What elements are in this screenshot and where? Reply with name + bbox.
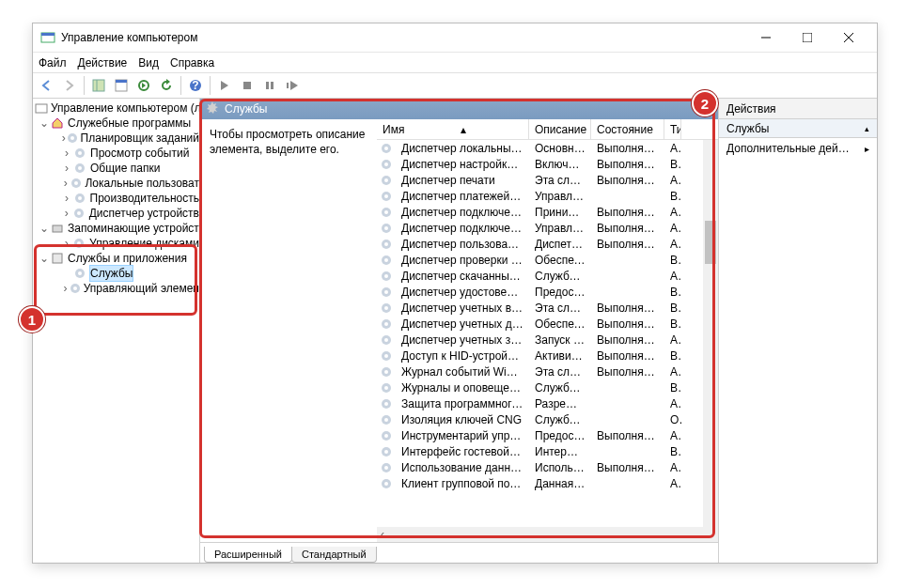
svg-text:?: ?: [192, 79, 198, 92]
svg-point-25: [74, 181, 78, 185]
nav-tree[interactable]: Управление компьютером (л ⌄Служебные про…: [33, 99, 200, 563]
help-button[interactable]: ?: [185, 75, 206, 96]
properties-button[interactable]: [111, 75, 132, 96]
tree-item[interactable]: ›Просмотр событий: [33, 146, 199, 161]
cell-name: Диспетчер пользователей: [396, 238, 529, 251]
service-row[interactable]: Использование данныхИспользо…Выполняется…: [377, 459, 718, 475]
tree-item[interactable]: ›Локальные пользоват: [33, 176, 199, 191]
svg-point-23: [78, 166, 82, 170]
scrollbar-thumb[interactable]: [705, 221, 716, 264]
service-row[interactable]: Диспетчер печатиЭта служб…ВыполняетсяА: [377, 172, 718, 188]
tree-root[interactable]: Управление компьютером (л: [33, 101, 199, 116]
show-hide-tree-button[interactable]: [88, 75, 109, 96]
gear-icon: [381, 382, 396, 394]
tree-item[interactable]: Службы: [33, 266, 199, 281]
horizontal-scrollbar[interactable]: ‹›: [377, 527, 718, 542]
cell-name: Диспетчер подключений …: [396, 222, 529, 235]
refresh-button[interactable]: [156, 75, 177, 96]
svg-point-56: [384, 274, 388, 278]
menu-help[interactable]: Справка: [170, 56, 214, 70]
svg-rect-1: [41, 33, 55, 36]
tree-item[interactable]: ›Управляющий элемен: [33, 281, 199, 296]
service-row[interactable]: Диспетчер платежей и NF…Управляет…Вј: [377, 188, 718, 204]
tree-group-storage[interactable]: ⌄Запоминающие устройст: [33, 221, 199, 236]
service-row[interactable]: Интерфейс гостевой служ…Интерфей…Вј: [377, 443, 718, 459]
svg-rect-16: [287, 83, 289, 88]
service-row[interactable]: Диспетчер подключений …Принимае…Выполняе…: [377, 204, 718, 220]
title-bar[interactable]: Управление компьютером: [33, 23, 877, 52]
cell-type: А: [664, 461, 681, 474]
export-button[interactable]: [133, 75, 154, 96]
vertical-scrollbar[interactable]: [703, 140, 718, 542]
cell-type: Вј: [664, 445, 681, 458]
service-row[interactable]: Журнал событий WindowsЭта служб…Выполняе…: [377, 364, 718, 379]
minimize-button[interactable]: [745, 24, 787, 51]
service-row[interactable]: Диспетчер проверки подл…Обеспечи…Вј: [377, 252, 718, 268]
pause-button[interactable]: [259, 75, 280, 96]
menu-file[interactable]: Файл: [39, 56, 67, 70]
service-row[interactable]: Клиент групповой полити…Данная сл…А: [377, 475, 718, 491]
restart-button[interactable]: [282, 75, 303, 96]
tab-extended[interactable]: Расширенный: [204, 547, 292, 563]
gear-icon: [206, 101, 219, 117]
service-row[interactable]: Диспетчер удостоверения …Предостав…Вј: [377, 284, 718, 300]
cell-desc: Предостав…: [529, 429, 591, 442]
svg-point-54: [384, 258, 388, 262]
cell-desc: Активирує…: [529, 349, 591, 363]
services-list[interactable]: Диспетчер локальных сеа…Основная …Выполн…: [377, 140, 718, 527]
cell-desc: Служба W…: [529, 270, 591, 283]
gear-icon: [381, 207, 396, 218]
gear-icon: [381, 302, 396, 314]
actions-panel: Действия Службы▴ Дополнительные дей…▸: [719, 99, 877, 563]
service-row[interactable]: Журналы и оповещения п…Служба ж…Вј: [377, 379, 718, 395]
tree-item[interactable]: ›Управление дисками: [33, 236, 199, 251]
menu-view[interactable]: Вид: [138, 56, 159, 70]
cell-type: О: [664, 413, 681, 426]
nav-forward-button[interactable]: [59, 75, 80, 96]
service-row[interactable]: Инструментарий управле…Предостав…Выполня…: [377, 427, 718, 443]
actions-more[interactable]: Дополнительные дей…▸: [719, 138, 877, 159]
tree-group-services-apps[interactable]: ⌄Службы и приложения: [33, 251, 199, 266]
gear-icon: [381, 318, 396, 330]
service-row[interactable]: Диспетчер подключений …Управляет…Выполня…: [377, 220, 718, 236]
col-description[interactable]: Описание: [529, 119, 591, 139]
cell-type: А: [664, 206, 681, 219]
cell-desc: Управляет…: [529, 222, 591, 235]
cell-type: Вј: [664, 158, 681, 171]
maximize-button[interactable]: [787, 24, 828, 51]
cell-type: А: [664, 142, 681, 155]
service-row[interactable]: Защита программного об…Разрешает…А: [377, 395, 718, 411]
service-row[interactable]: Диспетчер учетных записе…Запуск это…Выпо…: [377, 332, 718, 348]
close-button[interactable]: [828, 24, 869, 51]
start-button[interactable]: [214, 75, 235, 96]
service-row[interactable]: Диспетчер скачанных картСлужба W…А: [377, 268, 718, 284]
menu-action[interactable]: Действие: [78, 56, 128, 70]
tree-item[interactable]: ›Планировщик заданий: [33, 131, 199, 146]
service-row[interactable]: Диспетчер настройки устр…Включени…Выполн…: [377, 156, 718, 172]
tab-standard[interactable]: Стандартный: [291, 547, 377, 563]
gear-icon: [381, 255, 396, 266]
service-row[interactable]: Диспетчер учетных данныхОбеспечи…Выполня…: [377, 316, 718, 332]
service-row[interactable]: Изоляция ключей CNGСлужба из…О: [377, 411, 718, 427]
svg-point-72: [384, 402, 388, 406]
stop-button[interactable]: [237, 75, 258, 96]
service-row[interactable]: Доступ к HID-устройствамАктивирує…Выполн…: [377, 348, 718, 364]
service-row[interactable]: Диспетчер локальных сеа…Основная …Выполн…: [377, 140, 718, 156]
cell-desc: Данная сл…: [529, 477, 591, 490]
col-name[interactable]: Имя▴: [377, 119, 529, 139]
actions-section-services[interactable]: Службы▴: [719, 119, 877, 138]
col-type[interactable]: Ти: [664, 119, 681, 139]
cell-name: Диспетчер учетных данных: [396, 317, 529, 331]
cell-desc: Основная …: [529, 142, 591, 155]
tree-item[interactable]: ›Общие папки: [33, 161, 199, 176]
gear-icon: [381, 191, 396, 202]
col-state[interactable]: Состояние: [591, 119, 664, 139]
svg-rect-9: [116, 80, 127, 83]
tree-item[interactable]: ›Производительность: [33, 191, 199, 206]
nav-back-button[interactable]: [37, 75, 57, 96]
service-row[interactable]: Диспетчер учетных веб-за…Эта служб…Выпол…: [377, 300, 718, 316]
service-row[interactable]: Диспетчер пользователейДиспетчер…Выполня…: [377, 236, 718, 252]
tree-item[interactable]: ›Диспетчер устройств: [33, 206, 199, 221]
svg-rect-17: [36, 104, 47, 113]
tree-group-utilities[interactable]: ⌄Служебные программы: [33, 116, 199, 131]
